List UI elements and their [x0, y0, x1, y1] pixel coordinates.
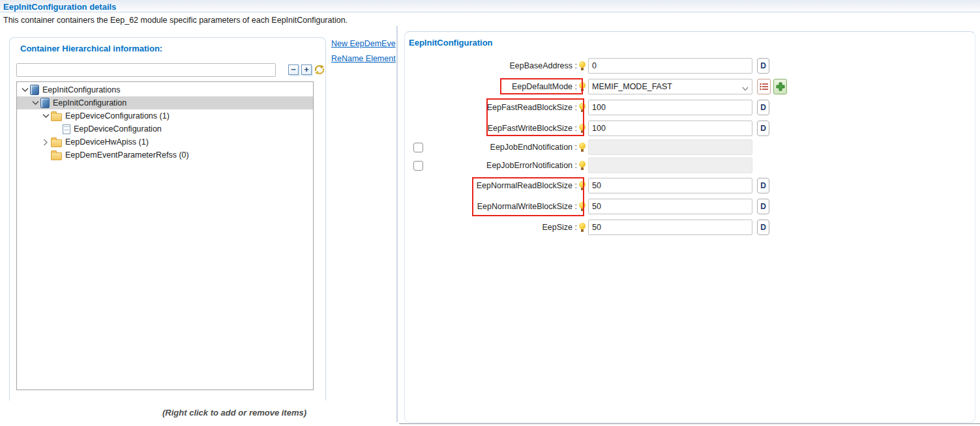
rename-element-link[interactable]: ReName Element	[331, 54, 397, 63]
form-row-eepnormalreadblocksize: EepNormalReadBlockSize : D	[405, 178, 975, 193]
form-row-eepnormalwriteblocksize: EepNormalWriteBlockSize : D	[405, 199, 975, 214]
tree-item-eepinitconfiguration[interactable]: EepInitConfiguration	[17, 96, 313, 109]
option-list-button[interactable]	[757, 79, 771, 94]
eepsize-input[interactable]	[588, 220, 752, 235]
form-row-eepjoberrornotification: EepJobErrorNotification :	[405, 158, 975, 173]
bulb-icon	[579, 103, 586, 112]
tree-item-eepdemeventparameterrefss[interactable]: EepDemEventParameterRefss (0)	[17, 149, 313, 162]
field-label: EepBaseAddress :	[405, 61, 577, 70]
collapse-all-icon[interactable]: −	[288, 64, 299, 75]
tree-item-label: EepDeviceConfiguration	[74, 124, 162, 134]
eepdefaultmode-select[interactable]: MEMIF_MODE_FAST	[588, 79, 752, 94]
refresh-icon[interactable]	[314, 64, 325, 76]
hierarchy-panel-title: Container Hierarchical information:	[20, 44, 162, 53]
tree-item-eepinitconfigurations[interactable]: EepInitConfigurations	[17, 83, 313, 96]
chevron-down-icon	[742, 84, 749, 93]
tree-item-label: EepInitConfigurations	[42, 85, 121, 94]
chevron-right-icon[interactable]	[40, 137, 51, 147]
tree-item-label: EepInitConfiguration	[53, 98, 126, 107]
eepjoberrornotification-input	[588, 158, 752, 173]
right-click-hint: (Right click to add or remove items)	[162, 408, 306, 418]
default-value-button[interactable]: D	[757, 220, 769, 235]
field-label: EepDefaultMode :	[405, 82, 577, 91]
field-label: EepFastReadBlockSize :	[405, 103, 577, 112]
tree-filter-input[interactable]	[16, 63, 276, 77]
panel-divider	[396, 26, 398, 422]
field-label: EepJobErrorNotification :	[405, 161, 577, 170]
field-label: EepNormalWriteBlockSize :	[405, 202, 577, 211]
eepfastreadblocksize-input[interactable]	[588, 100, 752, 115]
folder-icon	[51, 152, 62, 160]
add-icon[interactable]	[773, 79, 787, 94]
eepjobendnotification-checkbox[interactable]	[413, 143, 423, 152]
chevron-down-icon[interactable]	[30, 98, 40, 108]
bulb-icon	[579, 161, 586, 170]
module-icon	[40, 98, 50, 108]
field-label: EepNormalReadBlockSize :	[405, 181, 577, 190]
default-value-button[interactable]: D	[757, 58, 769, 74]
tree-item-label: EepDeviceHwApiss (1)	[65, 137, 149, 147]
field-label: EepJobEndNotification :	[405, 143, 577, 152]
form-row-eepsize: EepSize : D	[405, 220, 975, 235]
new-element-link[interactable]: New EepDemEve	[331, 39, 397, 48]
action-links: New EepDemEve ReName Element	[331, 39, 397, 69]
eepnormalreadblocksize-input[interactable]	[588, 178, 752, 193]
page-description: This container containers the Eep_62 mod…	[3, 16, 348, 25]
tree-item-label: EepDemEventParameterRefss (0)	[65, 150, 189, 160]
field-label: EepFastWriteBlockSize :	[405, 124, 577, 133]
bulb-icon	[579, 202, 586, 211]
bulb-icon	[579, 181, 586, 190]
bulb-icon	[579, 223, 586, 232]
chevron-spacer	[51, 124, 61, 134]
eepbaseaddress-input[interactable]	[588, 58, 752, 74]
eepjobendnotification-input	[588, 139, 752, 155]
eepnormalwriteblocksize-input[interactable]	[588, 199, 752, 214]
document-icon	[63, 124, 70, 134]
page-title: EepInitConfiguration details	[3, 2, 116, 12]
bottom-edge-line	[399, 423, 980, 424]
form-row-eepjobendnotification: EepJobEndNotification :	[405, 139, 975, 155]
selected-option: MEMIF_MODE_FAST	[592, 82, 672, 91]
eepjoberrornotification-checkbox[interactable]	[413, 161, 423, 171]
folder-icon	[51, 139, 62, 147]
page-header: EepInitConfiguration details	[0, 0, 980, 12]
form-row-eepbaseaddress: EepBaseAddress : D	[405, 58, 975, 74]
bulb-icon	[579, 143, 586, 152]
form-row-eepdefaultmode: EepDefaultMode : MEMIF_MODE_FAST	[405, 79, 975, 94]
tree-item-label: EepDeviceConfigurations (1)	[65, 111, 170, 121]
bulb-icon	[579, 82, 586, 91]
container-hierarchy-panel: Container Hierarchical information: − + …	[9, 37, 326, 401]
hierarchy-tree: EepInitConfigurations EepInitConfigurati…	[16, 81, 314, 390]
eepinitconfiguration-form-panel: EepInitConfiguration EepBaseAddress : D …	[404, 31, 975, 423]
form-row-eepfastreadblocksize: EepFastReadBlockSize : D	[405, 100, 975, 115]
tree-item-eepdevicehwapiss[interactable]: EepDeviceHwApiss (1)	[17, 135, 313, 149]
default-value-button[interactable]: D	[757, 121, 769, 136]
default-value-button[interactable]: D	[757, 199, 769, 214]
default-value-button[interactable]: D	[757, 178, 769, 193]
module-icon	[30, 85, 39, 95]
chevron-spacer	[40, 150, 51, 160]
bulb-icon	[579, 61, 586, 70]
form-panel-title: EepInitConfiguration	[409, 38, 493, 48]
tree-item-eepdeviceconfigurations[interactable]: EepDeviceConfigurations (1)	[17, 109, 313, 122]
chevron-down-icon[interactable]	[20, 85, 30, 95]
bulb-icon	[579, 124, 586, 133]
chevron-down-icon[interactable]	[40, 111, 51, 121]
folder-icon	[51, 113, 62, 121]
tree-item-eepdeviceconfiguration[interactable]: EepDeviceConfiguration	[17, 122, 313, 135]
default-value-button[interactable]: D	[757, 100, 769, 115]
eepfastwriteblocksize-input[interactable]	[588, 121, 752, 136]
form-row-eepfastwriteblocksize: EepFastWriteBlockSize : D	[405, 121, 975, 136]
field-label: EepSize :	[405, 223, 577, 232]
expand-all-icon[interactable]: +	[301, 64, 312, 75]
